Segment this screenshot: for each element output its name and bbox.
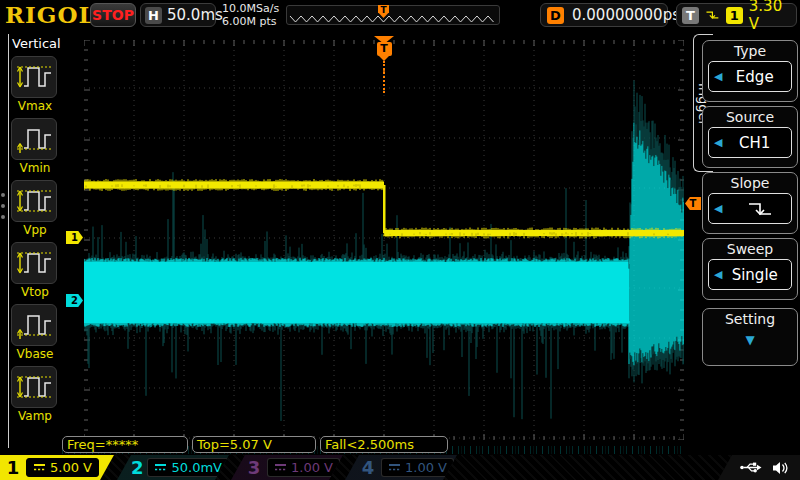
trigger-level-marker[interactable]: T: [685, 197, 701, 210]
chevron-left-icon: ◀: [714, 203, 722, 214]
measurement-readout: Top=5.07 V: [192, 436, 316, 453]
trigger-menu-panel: Trigger Type ◀Edge Source ◀CH1 Slope ◀ S…: [692, 30, 800, 456]
channel-2-status[interactable]: 250.0mV: [117, 455, 229, 480]
trigger-level-value: 3.30 V: [749, 0, 791, 33]
vtop-icon: [11, 242, 57, 284]
delay-readout: D 0.00000000ps: [540, 3, 668, 27]
sound-icon: [772, 461, 788, 475]
dc-coupling-icon: [274, 463, 287, 472]
channel-3-number: 3: [241, 457, 267, 478]
h-icon: H: [145, 7, 162, 24]
waveform-preview[interactable]: T: [286, 5, 500, 25]
preview-waveform-icon: [288, 7, 498, 24]
menu-section-value: ◀CH1: [708, 127, 792, 158]
channel-1-number: 1: [0, 457, 26, 478]
left-menu-item-vmin[interactable]: Vmin: [11, 118, 59, 175]
waveform-display[interactable]: [84, 40, 684, 440]
measure-label: Vtop: [11, 285, 59, 299]
falling-edge-icon: [747, 201, 773, 217]
trigger-readout: T 1 3.30 V: [676, 3, 797, 27]
left-menu-item-vmax[interactable]: Vmax: [11, 56, 59, 113]
falling-edge-icon: [705, 8, 720, 22]
menu-section-value-text: Edge: [728, 68, 791, 86]
menu-page-dots: [1, 193, 5, 219]
graticule: [84, 40, 684, 440]
menu-section-sweep[interactable]: Sweep ◀Single: [702, 238, 798, 300]
top-bar: RIGOL STOP H 50.0ms 10.0MSa/s 6.00M pts …: [0, 0, 800, 30]
measurement-readout: Freq=*****: [62, 436, 188, 453]
menu-section-value-text: CH1: [728, 134, 791, 152]
trigger-source-icon: 1: [726, 7, 743, 24]
left-menu-item-vamp[interactable]: Vamp: [11, 366, 59, 423]
left-menu-item-vpp[interactable]: Vpp: [11, 180, 59, 237]
memory-depth: 6.00M pts: [222, 15, 279, 28]
acquisition-readout: 10.0MSa/s 6.00M pts: [222, 2, 279, 28]
vpp-icon: [11, 180, 57, 222]
measure-label: Vmin: [11, 161, 59, 175]
measure-label: Vamp: [11, 409, 59, 423]
menu-border: [8, 34, 9, 448]
channel-3-status[interactable]: 31.00 V: [231, 455, 343, 480]
measure-label: Vmax: [11, 99, 59, 113]
chevron-left-icon: ◀: [714, 269, 722, 280]
menu-section-source[interactable]: Source ◀CH1: [702, 106, 798, 168]
channel-status-bar: 15.00 V250.0mV31.00 V41.00 V: [0, 455, 800, 480]
rigol-logo: RIGOL: [5, 1, 96, 28]
chevron-left-icon: ◀: [714, 71, 722, 82]
menu-section-title: Setting: [703, 309, 797, 327]
channel-4-number: 4: [355, 457, 381, 478]
delay-value: 0.00000000ps: [572, 6, 680, 24]
horizontal-timebase[interactable]: H 50.0ms: [140, 3, 216, 27]
measure-label: Vbase: [11, 347, 59, 361]
timebase-value: 50.0ms: [167, 6, 223, 24]
trigger-position-t-icon: T: [377, 42, 392, 56]
channel-1-scale: 5.00 V: [26, 458, 99, 477]
channel-3-scale: 1.00 V: [267, 458, 340, 477]
sample-rate: 10.0MSa/s: [222, 2, 279, 15]
left-menu-item-vtop[interactable]: Vtop: [11, 242, 59, 299]
usb-icon: [740, 461, 762, 474]
chevron-down-icon: ▼: [703, 333, 797, 347]
ch1-ground-marker[interactable]: 1: [66, 231, 83, 244]
menu-title: Vertical: [12, 36, 61, 51]
vbase-icon: [11, 304, 57, 346]
menu-section-value-text: Single: [728, 266, 791, 284]
dc-coupling-icon: [154, 463, 167, 472]
menu-section-title: Sweep: [703, 239, 797, 257]
trigger-position-marker[interactable]: T: [373, 36, 395, 93]
menu-section-title: Source: [703, 107, 797, 125]
run-stop-status[interactable]: STOP: [90, 3, 136, 27]
menu-section-slope[interactable]: Slope ◀: [702, 172, 798, 234]
vertical-measure-menu: Vertical Vmax Vmin Vpp Vtop Vbase Vamp: [0, 30, 64, 452]
vmin-icon: [11, 118, 57, 160]
vamp-icon: [11, 366, 57, 408]
trigger-position-line: [383, 61, 385, 93]
delay-icon: D: [547, 7, 564, 24]
channel-4-scale: 1.00 V: [381, 458, 454, 477]
menu-section-value: ◀Single: [708, 259, 792, 290]
dc-coupling-icon: [33, 463, 46, 472]
menu-section-setting[interactable]: Setting ▼: [702, 308, 798, 366]
chevron-left-icon: ◀: [714, 137, 722, 148]
channel-4-status[interactable]: 41.00 V: [345, 455, 457, 480]
menu-section-title: Slope: [703, 173, 797, 191]
channel-1-status[interactable]: 15.00 V: [0, 455, 114, 480]
measurement-readout: Fall<2.500ms: [320, 436, 448, 453]
measure-label: Vpp: [11, 223, 59, 237]
oscilloscope-screen: RIGOL STOP H 50.0ms 10.0MSa/s 6.00M pts …: [0, 0, 800, 480]
dc-coupling-icon: [388, 463, 401, 472]
ch2-ground-marker[interactable]: 2: [66, 294, 83, 307]
channel-2-number: 2: [127, 457, 147, 478]
system-icons-chip: [718, 455, 800, 480]
menu-section-type[interactable]: Type ◀Edge: [702, 40, 798, 102]
trigger-icon: T: [682, 7, 699, 24]
channel-2-scale: 50.0mV: [147, 458, 229, 477]
left-menu-item-vbase[interactable]: Vbase: [11, 304, 59, 361]
menu-section-value: ◀: [708, 193, 792, 224]
vmax-icon: [11, 56, 57, 98]
menu-section-title: Type: [703, 41, 797, 59]
menu-section-value: ◀Edge: [708, 61, 792, 92]
